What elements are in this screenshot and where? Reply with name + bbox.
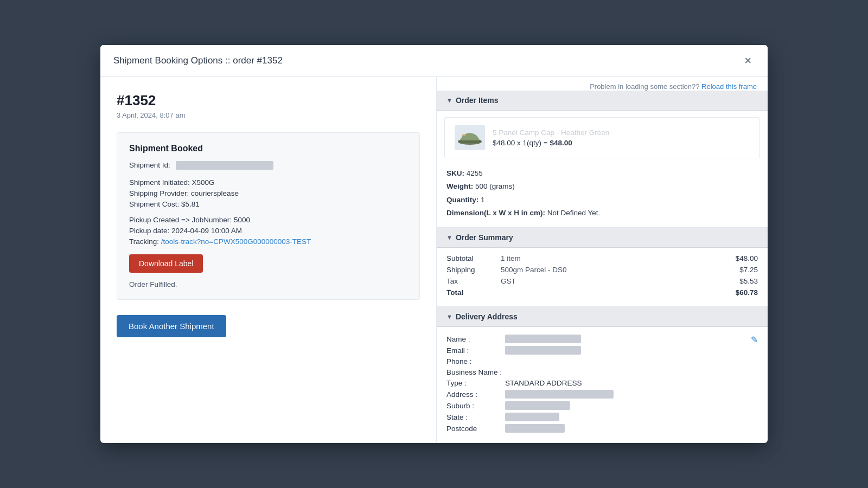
delivery-arrow: ▼ (446, 313, 452, 320)
shipping-provider: Shipping Provider: couriersplease (129, 189, 407, 197)
edit-address-icon[interactable]: ✎ (751, 335, 758, 345)
shipment-id-value (176, 161, 273, 170)
address-row: Phone : (446, 357, 758, 365)
info-lines: Shipment Initiated: X500G Shipping Provi… (129, 178, 407, 208)
reload-hint: Problem in loading some section?? Reload… (437, 77, 768, 91)
product-details: SKU: 4255 Weight: 500 (grams) Quantity: … (437, 165, 768, 227)
summary-row: Tax GST $5.53 (446, 277, 758, 285)
pickup-created: Pickup Created => JobNumber: 5000 (129, 216, 407, 224)
delivery-address-section: ▼ Delivery Address Name :Email :Phone :B… (437, 307, 768, 443)
shipment-booked-section: Shipment Booked Shipment Id: Shipment In… (117, 132, 420, 300)
address-row: Name : (446, 335, 758, 343)
shipment-cost: Shipment Cost: $5.81 (129, 200, 407, 208)
order-summary-arrow: ▼ (446, 234, 452, 241)
dimension-line: Dimension(L x W x H in cm): Not Defined … (446, 207, 758, 220)
sku-line: SKU: 4255 (446, 167, 758, 180)
address-row: Business Name : (446, 368, 758, 376)
modal-header: Shipment Booking Options :: order #1352 … (100, 45, 768, 77)
order-fulfilled-text: Order Fulfilled. (129, 280, 407, 288)
product-price: $48.00 x 1(qty) = $48.00 (493, 139, 750, 147)
close-button[interactable]: × (741, 54, 755, 68)
summary-row: Subtotal 1 item $48.00 (446, 254, 758, 262)
product-info: 5 Panel Camp Cap - Heather Green $48.00 … (493, 129, 750, 147)
svg-rect-2 (462, 134, 465, 136)
summary-row: Total $60.78 (446, 288, 758, 297)
product-name: 5 Panel Camp Cap - Heather Green (493, 129, 750, 137)
address-row: State : (446, 413, 758, 421)
right-panel: Problem in loading some section?? Reload… (437, 77, 768, 443)
left-panel: #1352 3 April, 2024, 8:07 am Shipment Bo… (100, 77, 437, 443)
shipment-id-row: Shipment Id: (129, 161, 407, 170)
delivery-address-header: ▼ Delivery Address (437, 307, 768, 327)
product-total: $48.00 (550, 139, 572, 147)
order-date: 3 April, 2024, 8:07 am (117, 111, 420, 119)
reload-link[interactable]: Reload this frame (701, 82, 757, 91)
address-row: Postcode (446, 424, 758, 433)
address-row: Email : (446, 346, 758, 355)
product-row: 5 Panel Camp Cap - Heather Green $48.00 … (444, 117, 760, 158)
order-items-section: ▼ Order Items (437, 91, 768, 228)
summary-table: Subtotal 1 item $48.00 Shipping 500gm Pa… (437, 248, 768, 306)
shipment-modal: Shipment Booking Options :: order #1352 … (100, 45, 768, 443)
svg-rect-1 (459, 140, 481, 143)
address-row: Type :STANDARD ADDRESS (446, 379, 758, 387)
shipment-initiated: Shipment Initiated: X500G (129, 178, 407, 187)
pickup-date: Pickup date: 2024-04-09 10:00 AM (129, 227, 407, 235)
weight-line: Weight: 500 (grams) (446, 180, 758, 193)
order-items-arrow: ▼ (446, 97, 452, 104)
shipment-id-label: Shipment Id: (129, 161, 170, 169)
product-image (455, 125, 485, 150)
address-row: Address : (446, 390, 758, 399)
order-summary-section: ▼ Order Summary Subtotal 1 item $48.00 S… (437, 228, 768, 307)
tracking-line: Tracking: /tools-track?no=CPWX500G000000… (129, 237, 407, 246)
modal-backdrop: Shipment Booking Options :: order #1352 … (0, 0, 868, 488)
order-items-header: ▼ Order Items (437, 91, 768, 111)
order-number: #1352 (117, 92, 420, 109)
download-label-button[interactable]: Download Label (129, 254, 203, 273)
summary-row: Shipping 500gm Parcel - DS0 $7.25 (446, 266, 758, 274)
tracking-link[interactable]: /tools-track?no=CPWX500G000000003-TEST (161, 237, 311, 246)
delivery-body: Name :Email :Phone :Business Name :Type … (437, 327, 768, 443)
address-row: Suburb : (446, 401, 758, 410)
modal-title: Shipment Booking Options :: order #1352 (113, 55, 283, 66)
shipment-booked-title: Shipment Booked (129, 144, 407, 153)
book-another-shipment-button[interactable]: Book Another Shipment (117, 315, 226, 337)
modal-body: #1352 3 April, 2024, 8:07 am Shipment Bo… (100, 77, 768, 443)
order-summary-header: ▼ Order Summary (437, 228, 768, 248)
pickup-lines: Pickup Created => JobNumber: 5000 Pickup… (129, 216, 407, 246)
quantity-line: Quantity: 1 (446, 194, 758, 207)
